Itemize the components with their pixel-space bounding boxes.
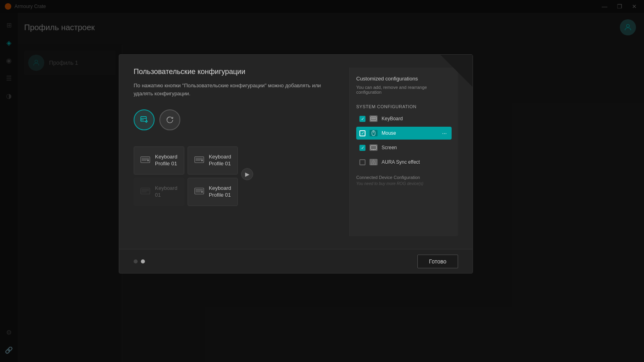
profile-card-2[interactable]: Keyboard Profile 01 xyxy=(188,146,238,175)
card-4-icon xyxy=(194,187,204,197)
keyboard-device-icon xyxy=(369,115,378,122)
card-3-label1: Keyboard xyxy=(155,185,178,192)
connected-section-label: Connected Device Configuration xyxy=(356,175,452,180)
aura-checkbox[interactable] xyxy=(359,159,365,165)
modal-dialog: Пользовательские конфигурации По нажатию… xyxy=(119,54,473,274)
svg-rect-21 xyxy=(201,191,203,192)
modal-description: По нажатию кнопки "Пользовательские конф… xyxy=(134,82,337,97)
svg-rect-13 xyxy=(141,188,150,194)
config-item-aura: AURA Sync effect xyxy=(356,156,452,169)
config-item-keyboard: KeyBoard xyxy=(356,112,452,125)
screen-config-name: Screen xyxy=(382,145,448,150)
card-1-text: Keyboard Profile 01 xyxy=(155,154,178,167)
card-1-icon xyxy=(140,156,150,165)
screen-device-icon xyxy=(369,144,378,151)
card-2-label2: Profile 01 xyxy=(209,160,231,167)
right-panel-desc: You can add, remove and rearrange config… xyxy=(356,85,452,95)
profile-card-1[interactable]: Keyboard Profile 01 xyxy=(134,146,184,175)
next-arrow-button[interactable]: ▶ xyxy=(241,168,253,180)
keyboard-config-name: KeyBoard xyxy=(382,116,448,121)
svg-rect-17 xyxy=(194,188,204,194)
aura-config-name: AURA Sync effect xyxy=(382,159,448,165)
card-4-label1: Keyboard xyxy=(209,185,231,192)
svg-rect-8 xyxy=(194,156,204,162)
card-3-text: Keyboard 01 xyxy=(155,185,178,199)
card-2-label1: Keyboard xyxy=(209,154,231,160)
profile-card-4[interactable]: Keyboard Profile 01 xyxy=(188,178,238,206)
card-3-label2: 01 xyxy=(155,192,178,199)
svg-rect-27 xyxy=(371,145,376,149)
modal-right-section: Customized configurations You can add, r… xyxy=(349,68,458,236)
svg-rect-22 xyxy=(371,117,376,121)
card-4-text: Keyboard Profile 01 xyxy=(209,185,231,199)
dot-2 xyxy=(141,259,145,263)
pagination-dots xyxy=(134,259,145,263)
svg-point-32 xyxy=(373,163,374,164)
svg-rect-7 xyxy=(147,160,149,161)
connected-note: You need to buy more ROG device(s) xyxy=(356,181,452,186)
modal-footer: Готово xyxy=(119,249,473,273)
icon-buttons-area xyxy=(134,109,337,130)
config-item-mouse: Mouse ··· xyxy=(356,127,452,140)
mouse-menu-button[interactable]: ··· xyxy=(440,130,448,136)
card-1-label1: Keyboard xyxy=(155,154,178,160)
keyboard-checkbox[interactable] xyxy=(359,116,365,122)
card-3-icon xyxy=(140,187,150,197)
right-panel-title: Customized configurations xyxy=(356,76,452,82)
card-2-icon xyxy=(194,156,204,165)
svg-rect-3 xyxy=(141,156,150,162)
done-button[interactable]: Готово xyxy=(417,255,458,268)
mouse-config-name: Mouse xyxy=(382,130,436,136)
svg-rect-2 xyxy=(141,117,147,121)
dot-1 xyxy=(134,259,138,263)
config-item-screen: Screen xyxy=(356,141,452,154)
profile-cards-container: Keyboard Profile 01 xyxy=(134,142,337,206)
profile-cards-grid: Keyboard Profile 01 xyxy=(134,146,238,206)
screen-checkbox[interactable] xyxy=(359,145,365,151)
system-config-label: System Configuration xyxy=(356,104,452,109)
card-1-label2: Profile 01 xyxy=(155,160,178,167)
svg-rect-12 xyxy=(201,160,203,161)
mouse-checkbox[interactable] xyxy=(359,130,365,136)
reset-config-button[interactable] xyxy=(159,109,180,130)
card-2-text: Keyboard Profile 01 xyxy=(209,154,231,167)
aura-device-icon xyxy=(369,159,378,165)
edit-config-button[interactable] xyxy=(134,109,155,130)
card-4-label2: Profile 01 xyxy=(209,192,231,199)
modal-left-section: Пользовательские конфигурации По нажатию… xyxy=(134,68,337,236)
profile-card-3[interactable]: Keyboard 01 xyxy=(134,178,184,206)
modal-body: Пользовательские конфигурации По нажатию… xyxy=(119,55,473,249)
mouse-device-icon xyxy=(369,130,378,136)
modal-title: Пользовательские конфигурации xyxy=(134,68,337,76)
